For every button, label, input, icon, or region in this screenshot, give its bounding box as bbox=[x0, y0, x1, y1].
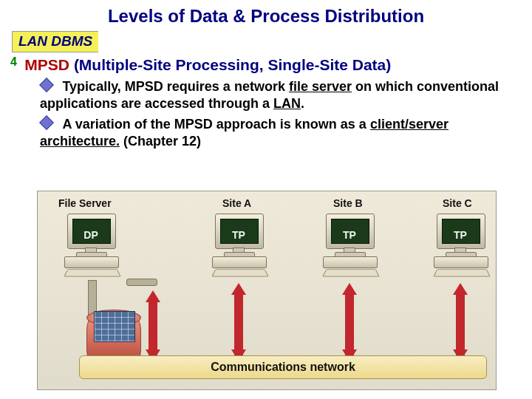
fileserver-computer-icon: DP bbox=[60, 214, 122, 265]
diagram: File Server Site A Site B Site C DP TP T… bbox=[37, 191, 497, 390]
arrow-stem-icon bbox=[456, 293, 465, 355]
site-c-label: Site C bbox=[443, 197, 472, 209]
slide-title: Levels of Data & Process Distribution bbox=[0, 0, 532, 31]
sub-bullet-1-text: Typically, MPSD requires a network file … bbox=[40, 79, 499, 111]
data-grid-icon bbox=[94, 311, 135, 342]
diamond-icon bbox=[39, 78, 54, 92]
arrow-up-icon bbox=[453, 283, 468, 295]
arrow-stem-icon bbox=[149, 301, 157, 355]
arrow-stem-icon bbox=[234, 293, 243, 355]
site-b-label: Site B bbox=[333, 197, 363, 209]
arrow-up-icon bbox=[146, 290, 160, 302]
site-a-computer-icon: TP bbox=[208, 214, 270, 265]
site-b-computer-icon: TP bbox=[318, 214, 381, 265]
site-a-label: Site A bbox=[222, 197, 251, 209]
dp-tag: DP bbox=[67, 221, 115, 249]
main-bullet: 4 MPSD (Multiple-Site Processing, Single… bbox=[10, 55, 532, 74]
subheader-badge: LAN DBMS bbox=[12, 31, 98, 52]
site-c-computer-icon: TP bbox=[429, 214, 491, 265]
bullet-number-icon: 4 bbox=[10, 55, 17, 69]
mpsd-expansion: (Multiple-Site Processing, Single-Site D… bbox=[69, 56, 391, 73]
mpsd-term: MPSD bbox=[24, 56, 69, 73]
arrow-up-icon bbox=[342, 283, 357, 295]
tp-tag: TP bbox=[215, 221, 262, 249]
comm-network-bar: Communications network bbox=[79, 355, 487, 379]
tp-tag: TP bbox=[437, 221, 484, 249]
fileserver-label: File Server bbox=[58, 197, 112, 209]
main-bullet-text: MPSD (Multiple-Site Processing, Single-S… bbox=[24, 56, 391, 73]
tp-tag: TP bbox=[326, 221, 373, 249]
fileserver-connector-icon bbox=[126, 279, 157, 286]
sub-bullet-1: Typically, MPSD requires a network file … bbox=[40, 78, 513, 112]
arrow-up-icon bbox=[231, 283, 246, 295]
sub-bullet-2-text: A variation of the MPSD approach is know… bbox=[40, 117, 449, 149]
arrow-stem-icon bbox=[345, 293, 354, 355]
diamond-icon bbox=[39, 115, 54, 130]
sub-bullet-2: A variation of the MPSD approach is know… bbox=[40, 116, 513, 149]
